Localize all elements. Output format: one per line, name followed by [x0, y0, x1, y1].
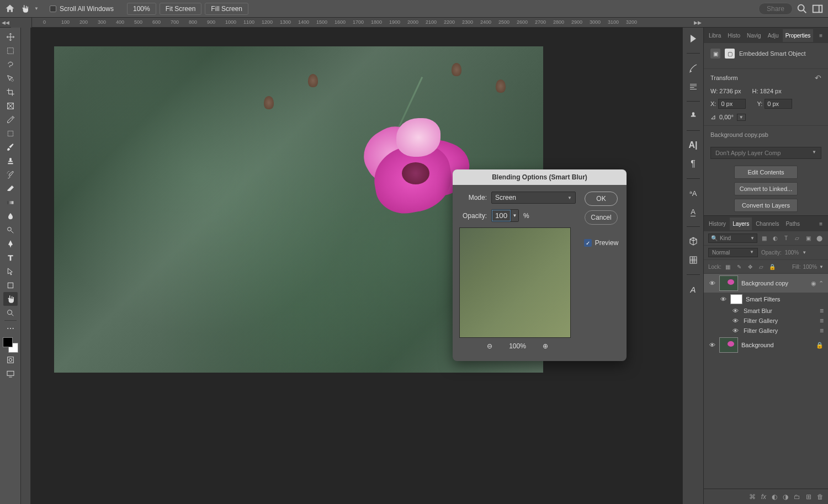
y-input[interactable] — [765, 99, 792, 109]
brush-tool[interactable] — [3, 140, 18, 154]
filter-name[interactable]: Filter Gallery — [744, 327, 778, 334]
eraser-tool[interactable] — [3, 182, 18, 195]
blend-mode-select[interactable]: Normal▼ — [708, 248, 758, 257]
gradient-tool[interactable] — [3, 195, 18, 209]
cancel-button[interactable]: Cancel — [585, 210, 618, 225]
brushes-icon[interactable] — [687, 61, 700, 75]
layer-name[interactable]: Background — [741, 342, 813, 348]
convert-layers-button[interactable]: Convert to Layers — [734, 199, 798, 212]
zoom-level-button[interactable]: 100% — [127, 3, 156, 15]
visibility-icon[interactable]: 👁 — [731, 327, 739, 334]
fill-value[interactable]: 100% — [803, 264, 818, 270]
lock-artboard-icon[interactable]: ▱ — [757, 262, 766, 271]
delete-icon[interactable]: 🗑 — [817, 493, 824, 501]
fit-screen-button[interactable]: Fit Screen — [160, 3, 202, 15]
workspace-icon[interactable] — [811, 3, 824, 15]
filter-item[interactable]: 👁 Filter Gallery ≡ — [704, 326, 828, 336]
lock-position-icon[interactable]: ✥ — [746, 262, 755, 271]
new-layer-icon[interactable]: ⊞ — [806, 493, 811, 501]
quick-select-tool[interactable] — [3, 71, 18, 85]
visibility-icon[interactable]: 👁 — [708, 280, 716, 287]
tab-adjustments[interactable]: Adju — [765, 29, 782, 42]
eyedropper-tool[interactable] — [3, 113, 18, 126]
fill-screen-button[interactable]: Fill Screen — [205, 3, 248, 15]
type-tool[interactable] — [3, 251, 18, 264]
pen-tool[interactable] — [3, 237, 18, 251]
filter-adjust-icon[interactable]: ◐ — [771, 234, 779, 243]
hand-tool[interactable] — [3, 292, 18, 306]
tab-history[interactable]: History — [706, 217, 729, 230]
chevron-down-icon[interactable]: ▼ — [34, 6, 39, 11]
filter-name[interactable]: Filter Gallery — [744, 317, 778, 324]
screen-mode-icon[interactable] — [3, 367, 18, 380]
history-brush-tool[interactable] — [3, 168, 18, 182]
filter-item[interactable]: 👁 Filter Gallery ≡ — [704, 316, 828, 326]
blur-tool[interactable] — [3, 209, 18, 223]
filter-mask-thumbnail[interactable] — [730, 294, 742, 304]
angle-value[interactable]: 0,00° — [719, 114, 734, 120]
search-icon[interactable] — [796, 3, 808, 15]
collapse-right-icon[interactable]: ▶▶ — [692, 18, 703, 28]
paragraph-icon[interactable]: ¶ — [687, 157, 700, 171]
filter-options-icon[interactable]: ≡ — [820, 307, 824, 315]
layer-row[interactable]: 👁 Background copy ◉⌃ — [704, 274, 828, 293]
type-styles-icon[interactable]: A — [687, 283, 700, 296]
collapse-left-icon[interactable]: ◀◀ — [0, 18, 11, 28]
layer-row[interactable]: 👁 Background 🔒 — [704, 336, 828, 354]
link-layers-icon[interactable]: ⌘ — [749, 493, 756, 501]
opacity-input[interactable] — [492, 210, 511, 221]
filter-pixel-icon[interactable]: ▦ — [760, 234, 768, 243]
reset-icon[interactable]: ↶ — [815, 73, 821, 82]
layer-comp-dropdown[interactable]: Don't Apply Layer Comp▼ — [710, 147, 821, 159]
filter-options-icon[interactable]: ≡ — [820, 317, 824, 325]
scroll-all-checkbox[interactable] — [50, 6, 56, 12]
panel-menu-icon[interactable]: ≡ — [816, 33, 826, 39]
shape-tool[interactable] — [3, 278, 18, 292]
stamp-tool[interactable] — [3, 154, 18, 168]
ok-button[interactable]: OK — [585, 192, 618, 206]
visibility-icon[interactable]: 👁 — [719, 296, 727, 303]
tab-histogram[interactable]: Histo — [725, 29, 743, 42]
layers-menu-icon[interactable]: ≡ — [816, 221, 826, 227]
tab-layers[interactable]: Layers — [730, 217, 752, 230]
lasso-tool[interactable] — [3, 57, 18, 71]
visibility-icon[interactable]: 👁 — [731, 307, 739, 314]
zoom-tool[interactable] — [3, 306, 18, 320]
fx-icon[interactable]: fx — [761, 493, 766, 501]
filter-type-icon[interactable]: T — [782, 234, 790, 243]
healing-tool[interactable] — [3, 126, 18, 140]
chevron-down-icon[interactable]: ▼ — [737, 114, 746, 121]
preview-thumbnail[interactable] — [459, 227, 571, 338]
expand-icon[interactable]: ⌃ — [819, 280, 824, 287]
visibility-icon[interactable]: 👁 — [708, 342, 716, 348]
layer-row[interactable]: 👁 Smart Filters — [704, 293, 828, 306]
marquee-tool[interactable] — [3, 44, 18, 57]
layer-filter-kind[interactable]: 🔍Kind▼ — [708, 234, 757, 243]
play-icon[interactable] — [687, 32, 700, 45]
quick-mask-icon[interactable] — [3, 353, 18, 367]
edit-contents-button[interactable]: Edit Contents — [734, 166, 798, 179]
layer-thumbnail[interactable] — [719, 337, 738, 353]
layer-name[interactable]: Background copy — [741, 280, 808, 287]
chevron-down-icon[interactable]: ▼ — [511, 210, 518, 221]
char-styles-icon[interactable]: A — [687, 205, 700, 219]
tab-channels[interactable]: Channels — [753, 217, 782, 230]
x-input[interactable] — [718, 99, 746, 109]
color-swatches[interactable] — [3, 337, 18, 353]
filter-name[interactable]: Smart Blur — [744, 307, 772, 314]
character-icon[interactable]: A| — [687, 139, 700, 152]
mode-select[interactable]: Screen▼ — [491, 192, 576, 204]
filter-item[interactable]: 👁 Smart Blur ≡ — [704, 306, 828, 316]
adjustment-icon[interactable]: ◑ — [783, 493, 788, 501]
crop-tool[interactable] — [3, 85, 18, 99]
filter-options-icon[interactable]: ≡ — [820, 327, 824, 335]
frame-tool[interactable] — [3, 99, 18, 113]
tab-properties[interactable]: Properties — [783, 29, 814, 42]
group-icon[interactable]: 🗀 — [794, 493, 800, 501]
filter-toggle-icon[interactable]: ⬤ — [815, 234, 824, 243]
opacity-value[interactable]: 100% — [785, 250, 799, 256]
lock-all-icon[interactable]: 🔒 — [768, 262, 777, 271]
width-value[interactable]: 2736 px — [719, 88, 741, 94]
lock-transparency-icon[interactable]: ▦ — [724, 262, 733, 271]
visibility-icon[interactable]: 👁 — [731, 317, 739, 324]
